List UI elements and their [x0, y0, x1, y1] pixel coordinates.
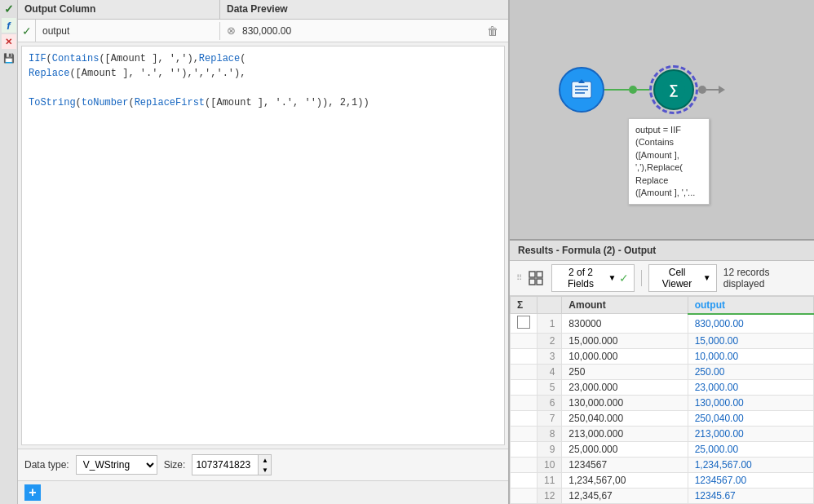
- record-number: 12: [538, 489, 562, 504]
- amount-cell: 23,000.000: [562, 380, 688, 396]
- record-number: 11: [538, 473, 562, 489]
- row-selector[interactable]: [511, 458, 538, 473]
- results-header: Results - Formula (2) - Output: [510, 241, 814, 261]
- connector-line-1: [604, 89, 629, 91]
- table-row: 7250,040.000250,040.00: [511, 411, 814, 427]
- tooltip-line1: output = IIF: [635, 124, 702, 136]
- record-number: 9: [538, 442, 562, 458]
- results-table: Σ Amount output 1830000830,000.00215,000…: [510, 296, 814, 505]
- row-selector[interactable]: [511, 411, 538, 427]
- amount-header: Amount: [562, 296, 688, 314]
- formula-node[interactable]: ∑: [653, 69, 694, 110]
- amount-cell: 25,000.000: [562, 442, 688, 458]
- table-row: 1830000830,000.00: [511, 314, 814, 334]
- amount-cell: 830000: [562, 314, 688, 334]
- output-cell: 250.00: [688, 365, 813, 380]
- grid-icon[interactable]: [528, 269, 545, 287]
- size-input[interactable]: [192, 455, 258, 475]
- canvas-area: ∑ output = IIF (Contains ([Amount ], ','…: [510, 0, 814, 239]
- row-selector[interactable]: [511, 334, 538, 349]
- row-selector[interactable]: [511, 380, 538, 396]
- row-selector[interactable]: [511, 314, 538, 334]
- input-node[interactable]: [559, 67, 604, 113]
- connector-dot-2: [698, 86, 706, 94]
- amount-cell: 10,000.000: [562, 349, 688, 365]
- tooltip-line6: ([Amount ], ','...: [635, 187, 702, 199]
- row-selector[interactable]: [511, 489, 538, 504]
- output-cell: 1,234,567.00: [688, 458, 813, 473]
- table-row: 6130,000.000130,000.00: [511, 396, 814, 411]
- preview-value-cell: ⊗ 830,000.00 🗑: [220, 21, 508, 41]
- output-field-name[interactable]: output: [36, 22, 220, 40]
- table-row: 8213,000.000213,000.00: [511, 427, 814, 442]
- sigma-header: Σ: [511, 296, 538, 314]
- records-count: 12 records displayed: [723, 267, 807, 290]
- datatype-row: Data type: V_WString Size: ▲ ▼: [18, 449, 508, 480]
- results-toolbar: ⠿ 2 of 2 Fields ▼ ✓ Cell Viewer ▼ 12: [510, 261, 814, 296]
- toolbar-divider: [641, 270, 642, 286]
- row-selector[interactable]: [511, 365, 538, 380]
- grip-icon: ⠿: [516, 273, 521, 282]
- tooltip-line3: ([Amount ],: [635, 149, 702, 161]
- size-up-button[interactable]: ▲: [258, 455, 271, 465]
- add-field-button[interactable]: +: [24, 484, 41, 501]
- delete-row-icon[interactable]: 🗑: [487, 24, 502, 38]
- output-cell: 213,000.00: [688, 427, 813, 442]
- x-side-icon[interactable]: ✕: [2, 34, 16, 49]
- record-number: 8: [538, 427, 562, 442]
- save-side-icon[interactable]: 💾: [2, 51, 16, 65]
- cell-viewer-label: Cell Viewer: [654, 267, 699, 290]
- output-field-row: ✓ output ⊗ 830,000.00 🗑: [18, 20, 508, 42]
- row-selector[interactable]: [511, 427, 538, 442]
- amount-cell: 130,000.000: [562, 396, 688, 411]
- clear-icon[interactable]: ⊗: [227, 24, 236, 37]
- amount-cell: 1,234,567,00: [562, 473, 688, 489]
- table-row: 925,000.00025,000.00: [511, 442, 814, 458]
- row-selector[interactable]: [511, 349, 538, 365]
- add-row: +: [18, 480, 508, 504]
- row-selector[interactable]: [511, 396, 538, 411]
- right-panel: ∑ output = IIF (Contains ([Amount ], ','…: [510, 0, 814, 504]
- svg-rect-10: [529, 279, 535, 285]
- size-down-button[interactable]: ▼: [258, 465, 271, 475]
- output-connector: [706, 89, 719, 91]
- svg-rect-9: [537, 272, 542, 277]
- node-tooltip: output = IIF (Contains ([Amount ], ','),…: [628, 118, 710, 205]
- workflow-nodes: ∑: [559, 65, 725, 114]
- connector-line-2: [637, 89, 649, 91]
- size-spinners: ▲ ▼: [258, 455, 271, 475]
- record-number: 1: [538, 314, 562, 334]
- amount-cell: 213,000.000: [562, 427, 688, 442]
- cell-viewer-button[interactable]: Cell Viewer ▼: [648, 264, 716, 292]
- row-selector[interactable]: [511, 473, 538, 489]
- formula-side-icon[interactable]: f: [2, 18, 16, 33]
- record-number: 5: [538, 380, 562, 396]
- size-label: Size:: [164, 459, 186, 471]
- amount-cell: 15,000.000: [562, 334, 688, 349]
- record-number: 10: [538, 458, 562, 473]
- results-panel: Results - Formula (2) - Output ⠿ 2 of 2 …: [510, 239, 814, 505]
- formula-editor[interactable]: IIF(Contains([Amount ], ','),Replace( Re…: [21, 46, 505, 445]
- output-cell: 23,000.00: [688, 380, 813, 396]
- output-cell: 130,000.00: [688, 396, 813, 411]
- tooltip-line2: (Contains: [635, 136, 702, 148]
- datatype-label: Data type:: [24, 459, 69, 471]
- datatype-select[interactable]: V_WString: [76, 455, 157, 475]
- amount-cell: 12,345,67: [562, 489, 688, 504]
- table-row: 215,000.00015,000.00: [511, 334, 814, 349]
- table-row: 111,234,567,001234567.00: [511, 473, 814, 489]
- size-input-wrap: ▲ ▼: [192, 454, 272, 475]
- output-cell: 12345.67: [688, 489, 813, 504]
- selector-icon: [517, 316, 530, 329]
- cell-viewer-dropdown-arrow: ▼: [703, 273, 711, 282]
- row-selector[interactable]: [511, 442, 538, 458]
- output-arrow: [719, 86, 725, 94]
- output-header: output: [688, 296, 813, 314]
- check-side-icon[interactable]: ✓: [2, 2, 16, 16]
- fields-button[interactable]: 2 of 2 Fields ▼ ✓: [551, 264, 635, 292]
- data-table-wrapper[interactable]: Σ Amount output 1830000830,000.00215,000…: [510, 296, 814, 505]
- output-cell: 25,000.00: [688, 442, 813, 458]
- amount-cell: 1234567: [562, 458, 688, 473]
- output-cell: 250,040.00: [688, 411, 813, 427]
- fields-dropdown-arrow: ▼: [608, 273, 616, 282]
